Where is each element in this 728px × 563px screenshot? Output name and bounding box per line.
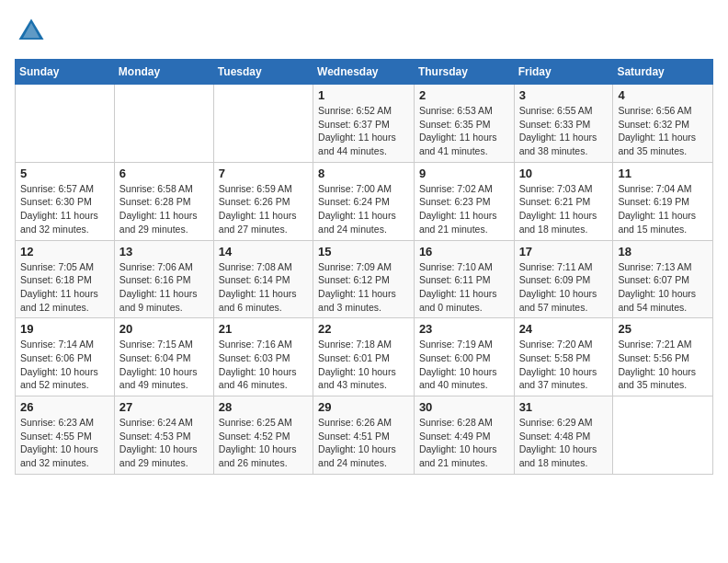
calendar-cell: 11Sunrise: 7:04 AM Sunset: 6:19 PM Dayli… xyxy=(613,162,713,240)
day-number: 11 xyxy=(618,167,708,180)
day-info: Sunrise: 7:19 AM Sunset: 6:00 PM Dayligh… xyxy=(419,338,509,392)
day-number: 22 xyxy=(318,322,409,336)
day-info: Sunrise: 6:29 AM Sunset: 4:48 PM Dayligh… xyxy=(519,416,609,470)
column-header-thursday: Thursday xyxy=(414,60,514,85)
day-number: 20 xyxy=(119,322,209,336)
day-info: Sunrise: 6:26 AM Sunset: 4:51 PM Dayligh… xyxy=(318,416,409,470)
calendar-cell: 23Sunrise: 7:19 AM Sunset: 6:00 PM Dayli… xyxy=(414,318,514,396)
calendar-cell xyxy=(613,396,713,475)
day-info: Sunrise: 7:03 AM Sunset: 6:21 PM Dayligh… xyxy=(519,182,609,236)
day-info: Sunrise: 6:55 AM Sunset: 6:33 PM Dayligh… xyxy=(519,104,609,158)
calendar-cell: 18Sunrise: 7:13 AM Sunset: 6:07 PM Dayli… xyxy=(613,240,713,318)
calendar-cell: 15Sunrise: 7:09 AM Sunset: 6:12 PM Dayli… xyxy=(313,240,415,318)
calendar-week-row: 5Sunrise: 6:57 AM Sunset: 6:30 PM Daylig… xyxy=(16,162,713,240)
calendar-cell: 14Sunrise: 7:08 AM Sunset: 6:14 PM Dayli… xyxy=(213,240,313,318)
calendar-cell: 30Sunrise: 6:28 AM Sunset: 4:49 PM Dayli… xyxy=(414,396,514,475)
day-info: Sunrise: 7:00 AM Sunset: 6:24 PM Dayligh… xyxy=(318,182,409,236)
day-number: 31 xyxy=(519,400,609,414)
column-header-tuesday: Tuesday xyxy=(213,60,313,85)
day-info: Sunrise: 7:13 AM Sunset: 6:07 PM Dayligh… xyxy=(618,260,708,315)
logo xyxy=(15,15,51,48)
calendar-cell: 4Sunrise: 6:56 AM Sunset: 6:32 PM Daylig… xyxy=(613,85,713,163)
day-number: 21 xyxy=(219,322,308,336)
day-info: Sunrise: 7:15 AM Sunset: 6:04 PM Dayligh… xyxy=(119,338,209,392)
day-info: Sunrise: 7:16 AM Sunset: 6:03 PM Dayligh… xyxy=(219,338,308,392)
calendar-cell: 26Sunrise: 6:23 AM Sunset: 4:55 PM Dayli… xyxy=(16,396,115,475)
calendar-cell: 28Sunrise: 6:25 AM Sunset: 4:52 PM Dayli… xyxy=(213,396,313,475)
day-number: 9 xyxy=(419,167,509,180)
day-info: Sunrise: 7:09 AM Sunset: 6:12 PM Dayligh… xyxy=(318,260,409,315)
day-number: 30 xyxy=(419,400,509,414)
calendar-week-row: 26Sunrise: 6:23 AM Sunset: 4:55 PM Dayli… xyxy=(16,396,713,475)
day-number: 10 xyxy=(519,167,609,180)
day-number: 4 xyxy=(618,88,708,102)
calendar-cell: 27Sunrise: 6:24 AM Sunset: 4:53 PM Dayli… xyxy=(114,396,213,475)
day-number: 28 xyxy=(219,400,308,414)
day-info: Sunrise: 6:57 AM Sunset: 6:30 PM Dayligh… xyxy=(20,182,109,236)
calendar-cell xyxy=(114,85,213,163)
calendar-cell: 17Sunrise: 7:11 AM Sunset: 6:09 PM Dayli… xyxy=(514,240,613,318)
page-header xyxy=(15,15,713,48)
day-number: 19 xyxy=(20,322,109,336)
day-number: 24 xyxy=(519,322,609,336)
day-number: 16 xyxy=(419,245,509,259)
day-info: Sunrise: 7:14 AM Sunset: 6:06 PM Dayligh… xyxy=(20,338,109,392)
day-info: Sunrise: 6:59 AM Sunset: 6:26 PM Dayligh… xyxy=(219,182,308,236)
day-info: Sunrise: 7:06 AM Sunset: 6:16 PM Dayligh… xyxy=(119,260,209,315)
calendar-cell: 6Sunrise: 6:58 AM Sunset: 6:28 PM Daylig… xyxy=(114,162,213,240)
day-number: 25 xyxy=(618,322,708,336)
calendar-cell: 10Sunrise: 7:03 AM Sunset: 6:21 PM Dayli… xyxy=(514,162,613,240)
calendar-cell: 31Sunrise: 6:29 AM Sunset: 4:48 PM Dayli… xyxy=(514,396,613,475)
day-number: 7 xyxy=(219,167,308,180)
day-info: Sunrise: 7:05 AM Sunset: 6:18 PM Dayligh… xyxy=(20,260,109,315)
calendar-cell: 20Sunrise: 7:15 AM Sunset: 6:04 PM Dayli… xyxy=(114,318,213,396)
calendar-cell xyxy=(213,85,313,163)
day-number: 2 xyxy=(419,88,509,102)
calendar-table: SundayMondayTuesdayWednesdayThursdayFrid… xyxy=(15,59,713,475)
day-number: 27 xyxy=(119,400,209,414)
calendar-cell: 29Sunrise: 6:26 AM Sunset: 4:51 PM Dayli… xyxy=(313,396,415,475)
day-number: 23 xyxy=(419,322,509,336)
calendar-cell: 1Sunrise: 6:52 AM Sunset: 6:37 PM Daylig… xyxy=(313,85,415,163)
day-info: Sunrise: 6:53 AM Sunset: 6:35 PM Dayligh… xyxy=(419,104,509,158)
calendar-cell: 5Sunrise: 6:57 AM Sunset: 6:30 PM Daylig… xyxy=(16,162,115,240)
day-info: Sunrise: 6:52 AM Sunset: 6:37 PM Dayligh… xyxy=(318,104,409,158)
day-info: Sunrise: 6:24 AM Sunset: 4:53 PM Dayligh… xyxy=(119,416,209,470)
calendar-week-row: 19Sunrise: 7:14 AM Sunset: 6:06 PM Dayli… xyxy=(16,318,713,396)
calendar-cell: 3Sunrise: 6:55 AM Sunset: 6:33 PM Daylig… xyxy=(514,85,613,163)
day-number: 26 xyxy=(20,400,109,414)
day-number: 6 xyxy=(119,167,209,180)
calendar-cell: 9Sunrise: 7:02 AM Sunset: 6:23 PM Daylig… xyxy=(414,162,514,240)
day-info: Sunrise: 7:10 AM Sunset: 6:11 PM Dayligh… xyxy=(419,260,509,315)
column-header-monday: Monday xyxy=(114,60,213,85)
calendar-cell: 22Sunrise: 7:18 AM Sunset: 6:01 PM Dayli… xyxy=(313,318,415,396)
calendar-cell: 19Sunrise: 7:14 AM Sunset: 6:06 PM Dayli… xyxy=(16,318,115,396)
calendar-cell xyxy=(16,85,115,163)
day-number: 15 xyxy=(318,245,409,259)
day-info: Sunrise: 7:21 AM Sunset: 5:56 PM Dayligh… xyxy=(618,338,708,392)
day-info: Sunrise: 6:23 AM Sunset: 4:55 PM Dayligh… xyxy=(20,416,109,470)
calendar-cell: 8Sunrise: 7:00 AM Sunset: 6:24 PM Daylig… xyxy=(313,162,415,240)
column-header-friday: Friday xyxy=(514,60,613,85)
day-number: 14 xyxy=(219,245,308,259)
calendar-cell: 16Sunrise: 7:10 AM Sunset: 6:11 PM Dayli… xyxy=(414,240,514,318)
column-header-saturday: Saturday xyxy=(613,60,713,85)
calendar-cell: 12Sunrise: 7:05 AM Sunset: 6:18 PM Dayli… xyxy=(16,240,115,318)
day-info: Sunrise: 7:08 AM Sunset: 6:14 PM Dayligh… xyxy=(219,260,308,315)
day-info: Sunrise: 6:56 AM Sunset: 6:32 PM Dayligh… xyxy=(618,104,708,158)
calendar-cell: 21Sunrise: 7:16 AM Sunset: 6:03 PM Dayli… xyxy=(213,318,313,396)
day-number: 18 xyxy=(618,245,708,259)
day-number: 1 xyxy=(318,88,409,102)
day-info: Sunrise: 6:58 AM Sunset: 6:28 PM Dayligh… xyxy=(119,182,209,236)
day-number: 8 xyxy=(318,167,409,180)
calendar-week-row: 1Sunrise: 6:52 AM Sunset: 6:37 PM Daylig… xyxy=(16,85,713,163)
logo-icon xyxy=(15,15,48,48)
calendar-cell: 7Sunrise: 6:59 AM Sunset: 6:26 PM Daylig… xyxy=(213,162,313,240)
day-info: Sunrise: 7:20 AM Sunset: 5:58 PM Dayligh… xyxy=(519,338,609,392)
calendar-week-row: 12Sunrise: 7:05 AM Sunset: 6:18 PM Dayli… xyxy=(16,240,713,318)
day-info: Sunrise: 6:25 AM Sunset: 4:52 PM Dayligh… xyxy=(219,416,308,470)
calendar-cell: 2Sunrise: 6:53 AM Sunset: 6:35 PM Daylig… xyxy=(414,85,514,163)
day-number: 17 xyxy=(519,245,609,259)
column-header-sunday: Sunday xyxy=(16,60,115,85)
calendar-cell: 25Sunrise: 7:21 AM Sunset: 5:56 PM Dayli… xyxy=(613,318,713,396)
